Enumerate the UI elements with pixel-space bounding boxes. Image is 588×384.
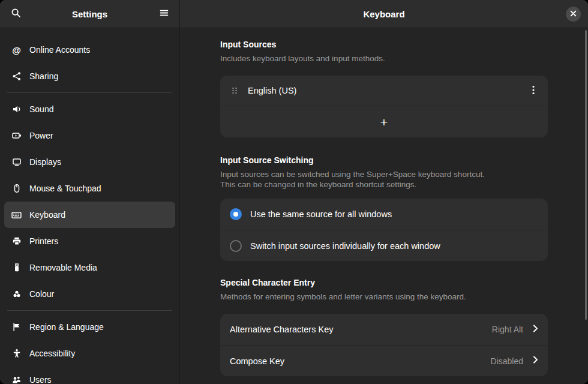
option-switch-per-window[interactable]: Switch input sources individually for ea… bbox=[220, 230, 548, 261]
sidebar-item-label: Power bbox=[29, 131, 53, 140]
sidebar-item-removable-media[interactable]: Removable Media bbox=[4, 254, 175, 281]
sidebar-title: Settings bbox=[26, 9, 154, 19]
printer-icon bbox=[11, 236, 22, 247]
sidebar-item-sharing[interactable]: Sharing bbox=[4, 63, 175, 89]
monitor-icon bbox=[11, 157, 22, 167]
sidebar-item-label: Region & Language bbox=[29, 322, 104, 332]
input-source-menu-button[interactable] bbox=[529, 83, 538, 99]
keyboard-icon bbox=[11, 210, 22, 220]
chevron-right-icon bbox=[533, 324, 538, 335]
usb-icon bbox=[11, 263, 22, 273]
special-chars-subtitle: Methods for entering symbols and letter … bbox=[220, 292, 548, 302]
settings-window: Settings @ Online Accounts Sharing bbox=[0, 0, 588, 384]
special-chars-heading: Special Character Entry bbox=[220, 278, 548, 288]
sidebar-item-online-accounts[interactable]: @ Online Accounts bbox=[4, 37, 175, 63]
sidebar-item-keyboard[interactable]: Keyboard bbox=[4, 202, 175, 228]
sidebar-item-power[interactable]: Power bbox=[4, 122, 175, 149]
sidebar-item-label: Online Accounts bbox=[29, 45, 90, 55]
sidebar-item-sound[interactable]: Sound bbox=[4, 96, 175, 122]
sidebar-item-mouse-touchpad[interactable]: Mouse & Touchpad bbox=[4, 175, 175, 202]
sidebar-item-label: Printers bbox=[29, 236, 58, 246]
plus-icon: + bbox=[380, 116, 388, 128]
input-sources-card: English (US) + bbox=[220, 76, 548, 137]
switching-heading: Input Source Switching bbox=[220, 155, 548, 166]
sidebar-item-displays[interactable]: Displays bbox=[4, 149, 175, 175]
alternative-characters-key-row[interactable]: Alternative Characters Key Right Alt bbox=[220, 314, 548, 345]
compose-key-row[interactable]: Compose Key Disabled bbox=[220, 345, 548, 376]
switching-description-line2: This can be changed in the keyboard shor… bbox=[220, 179, 548, 190]
row-value: Right Alt bbox=[492, 325, 523, 334]
special-chars-card: Alternative Characters Key Right Alt Com… bbox=[220, 314, 548, 376]
sidebar-headerbar: Settings bbox=[0, 0, 179, 28]
option-same-source-all-windows[interactable]: Use the same source for all windows bbox=[220, 199, 548, 230]
main-panel: Keyboard Input Sources Includes keyboard… bbox=[180, 0, 588, 384]
close-window-button[interactable] bbox=[566, 7, 581, 22]
main-menu-button[interactable] bbox=[154, 4, 174, 24]
sidebar-item-label: Mouse & Touchpad bbox=[29, 184, 101, 193]
option-label: Use the same source for all windows bbox=[250, 209, 538, 219]
mouse-icon bbox=[11, 184, 22, 194]
input-source-row[interactable]: English (US) bbox=[220, 76, 548, 106]
sidebar-item-label: Accessibility bbox=[29, 349, 75, 358]
sidebar-divider bbox=[7, 92, 172, 93]
sidebar-item-region-language[interactable]: Region & Language bbox=[4, 314, 175, 340]
search-icon bbox=[11, 8, 21, 20]
share-icon bbox=[11, 71, 22, 82]
sidebar-item-label: Users bbox=[29, 375, 52, 384]
switching-description: Input sources can be switched using the … bbox=[220, 169, 548, 190]
speaker-icon bbox=[11, 104, 22, 115]
battery-icon bbox=[11, 131, 22, 141]
sidebar-item-users[interactable]: Users bbox=[4, 367, 175, 384]
page-title: Keyboard bbox=[363, 9, 404, 19]
section-special-character-entry: Special Character Entry Methods for ente… bbox=[220, 278, 548, 376]
vertical-scrollbar[interactable] bbox=[585, 30, 587, 320]
section-input-sources: Input Sources Includes keyboard layouts … bbox=[220, 40, 548, 137]
sidebar-divider bbox=[7, 310, 172, 311]
row-label: Compose Key bbox=[230, 356, 482, 366]
users-icon bbox=[11, 375, 22, 384]
sidebar-item-label: Keyboard bbox=[29, 210, 65, 220]
switching-description-line1: Input sources can be switched using the … bbox=[220, 169, 548, 179]
kebab-menu-icon bbox=[532, 85, 535, 97]
sidebar-item-label: Sharing bbox=[29, 71, 58, 81]
hamburger-menu-icon bbox=[159, 8, 169, 20]
sidebar-item-label: Removable Media bbox=[29, 263, 97, 272]
option-label: Switch input sources individually for ea… bbox=[250, 241, 538, 251]
sidebar-item-label: Colour bbox=[29, 289, 54, 299]
radio-unselected[interactable] bbox=[230, 240, 242, 252]
input-sources-subtitle: Includes keyboard layouts and input meth… bbox=[220, 53, 548, 64]
sidebar-item-label: Displays bbox=[29, 157, 61, 167]
close-icon bbox=[570, 10, 577, 19]
main-headerbar: Keyboard bbox=[180, 0, 588, 28]
section-input-source-switching: Input Source Switching Input sources can… bbox=[220, 155, 548, 261]
sidebar-item-colour[interactable]: Colour bbox=[4, 281, 175, 307]
chevron-right-icon bbox=[533, 355, 538, 367]
radio-selected[interactable] bbox=[230, 208, 242, 220]
flag-icon bbox=[11, 322, 22, 332]
input-sources-heading: Input Sources bbox=[220, 40, 548, 50]
accessibility-icon bbox=[11, 349, 22, 359]
sidebar: Settings @ Online Accounts Sharing bbox=[0, 0, 180, 384]
keyboard-settings-content: Input Sources Includes keyboard layouts … bbox=[180, 28, 588, 384]
switching-options-card: Use the same source for all windows Swit… bbox=[220, 199, 548, 261]
add-input-source-button[interactable]: + bbox=[220, 106, 548, 137]
color-profile-icon bbox=[11, 289, 22, 299]
drag-handle-icon[interactable] bbox=[230, 85, 239, 96]
sidebar-list: @ Online Accounts Sharing Sound bbox=[0, 28, 179, 384]
input-source-name: English (US) bbox=[248, 86, 520, 95]
at-icon: @ bbox=[11, 45, 22, 55]
sidebar-item-label: Sound bbox=[29, 104, 53, 114]
row-value: Disabled bbox=[491, 356, 523, 366]
row-label: Alternative Characters Key bbox=[230, 325, 484, 334]
search-button[interactable] bbox=[5, 4, 26, 24]
sidebar-item-accessibility[interactable]: Accessibility bbox=[4, 340, 175, 367]
sidebar-item-printers[interactable]: Printers bbox=[4, 228, 175, 254]
